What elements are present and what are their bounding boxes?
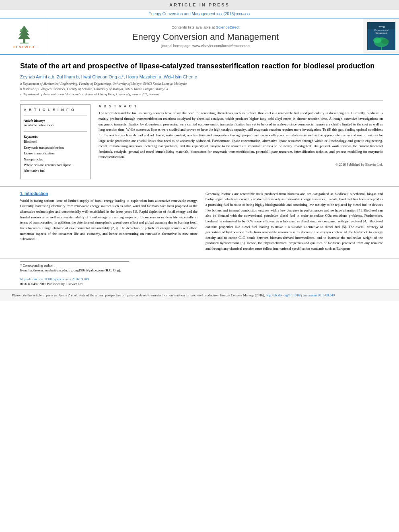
divider <box>20 101 383 101</box>
abstract-column: A B S T R A C T The world demand for fue… <box>99 104 383 179</box>
body-right-text: Generally, biofuels are renewable fuels … <box>206 191 383 252</box>
elsevier-logo-area: ELSEVIER <box>0 18 48 54</box>
journal-title: Energy Conversion and Management <box>132 32 279 42</box>
keyword-5: Whole cell and recombinant lipase <box>24 162 87 168</box>
doi-links: http://dx.doi.org/10.1016/j.enconman.201… <box>0 275 399 288</box>
abstract-title: A B S T R A C T <box>99 104 383 108</box>
keyword-6: Alternative fuel <box>24 168 87 173</box>
sciencedirect-link[interactable]: ScienceDirect <box>216 25 240 29</box>
info-divider <box>24 115 87 115</box>
article-info-column: A R T I C L E I N F O Article history: A… <box>20 104 90 179</box>
keywords-list: Biodiesel Enzymatic transesterification … <box>24 139 87 174</box>
elsevier-tree-icon <box>12 24 36 44</box>
citation-footer: Please cite this article in press as: Am… <box>0 289 399 301</box>
journal-homepage: journal homepage: www.elsevier.com/locat… <box>161 44 250 48</box>
history-content: Available online xxxx <box>24 123 87 128</box>
body-content: 1. Introduction World is facing serious … <box>0 186 399 259</box>
footnote-rule <box>20 261 129 262</box>
journal-header: ELSEVIER Contents lists available at Sci… <box>0 18 399 55</box>
main-content: State of the art and prospective of lipa… <box>0 55 399 186</box>
body-two-col: 1. Introduction World is facing serious … <box>20 191 383 254</box>
svg-point-15 <box>381 39 389 44</box>
email-line: E-mail addresses: onghc@um.edu.my, ong19… <box>20 268 383 272</box>
svg-point-5 <box>20 29 23 31</box>
svg-point-7 <box>19 33 21 35</box>
email-label: E-mail addresses: <box>20 268 44 272</box>
article-info-title: A R T I C L E I N F O <box>24 108 87 112</box>
elsevier-label: ELSEVIER <box>13 45 35 49</box>
history-title: Article history: <box>24 119 87 123</box>
journal-link-bar: Energy Conversion and Management xxx (20… <box>0 10 399 18</box>
section-1-heading: 1. Introduction <box>20 191 197 196</box>
svg-text:Management: Management <box>375 32 387 34</box>
body-para-1: World is facing serious issue of limited… <box>20 198 197 242</box>
keyword-4: Nanoparticles <box>24 156 87 162</box>
article-title-section: State of the art and prospective of lipa… <box>20 61 383 97</box>
affiliation-c: c Department of Aeronautics and Astronau… <box>20 92 383 97</box>
svg-text:Conversion and: Conversion and <box>374 29 388 31</box>
affiliation-b: b Institute of Biological Sciences, Facu… <box>20 86 383 92</box>
citation-text: Please cite this article in press as: Am… <box>12 293 265 297</box>
article-info-box: A R T I C L E I N F O Article history: A… <box>20 104 90 179</box>
journal-header-center: Contents lists available at ScienceDirec… <box>48 18 363 54</box>
abstract-text: The world demand for fuel as energy sour… <box>99 111 383 160</box>
journal-thumbnail-area: Energy Conversion and Management <box>363 18 399 54</box>
journal-cover-icon: Energy Conversion and Management <box>367 22 395 50</box>
footnote-area: * Corresponding author. E-mail addresses… <box>0 259 399 275</box>
article-history: Article history: Available online xxxx <box>24 119 87 128</box>
body-para-right-1: Generally, biofuels are renewable fuels … <box>206 191 383 252</box>
article-in-press-banner: ARTICLE IN PRESS <box>0 0 399 10</box>
abstract-paragraph: The world demand for fuel as energy sour… <box>99 111 383 160</box>
svg-rect-1 <box>20 43 29 43</box>
copyright-line: © 2016 Published by Elsevier Ltd. <box>99 162 383 166</box>
author-affiliations: a Department of Mechanical Engineering, … <box>20 81 383 97</box>
email-values: onghc@um.edu.my, ong1983@yahoo.com (H.C.… <box>45 268 121 272</box>
article-info-abstract-section: A R T I C L E I N F O Article history: A… <box>20 104 383 179</box>
doi-link-1[interactable]: http://dx.doi.org/10.1016/j.enconman.201… <box>20 277 383 281</box>
keyword-2: Enzymatic transesterification <box>24 145 87 150</box>
keyword-1: Biodiesel <box>24 139 87 144</box>
sciencedirect-line: Contents lists available at ScienceDirec… <box>172 25 240 29</box>
keywords-title: Keywords: <box>24 135 87 139</box>
svg-text:Energy: Energy <box>377 25 385 28</box>
keywords-section: Keywords: Biodiesel Enzymatic transester… <box>24 135 87 174</box>
keywords-divider <box>24 131 87 131</box>
keyword-3: Lipase immobilization <box>24 150 87 156</box>
corresponding-author: * Corresponding author. <box>20 263 383 267</box>
body-left-col: 1. Introduction World is facing serious … <box>20 191 197 254</box>
article-authors: Zeynab Amini a,b, Zul Ilham b, Hwai Chyu… <box>20 74 383 79</box>
svg-point-6 <box>26 30 28 32</box>
affiliation-a: a Department of Mechanical Engineering, … <box>20 81 383 86</box>
issn-line: 0196-8904/© 2016 Published by Elsevier L… <box>20 282 383 286</box>
svg-point-14 <box>373 37 381 43</box>
citation-doi-link[interactable]: http://dx.doi.org/10.1016/j.enconman.201… <box>266 293 335 297</box>
article-main-title: State of the art and prospective of lipa… <box>20 61 383 71</box>
body-right-col: Generally, biofuels are renewable fuels … <box>206 191 383 254</box>
body-left-text: World is facing serious issue of limited… <box>20 198 197 242</box>
